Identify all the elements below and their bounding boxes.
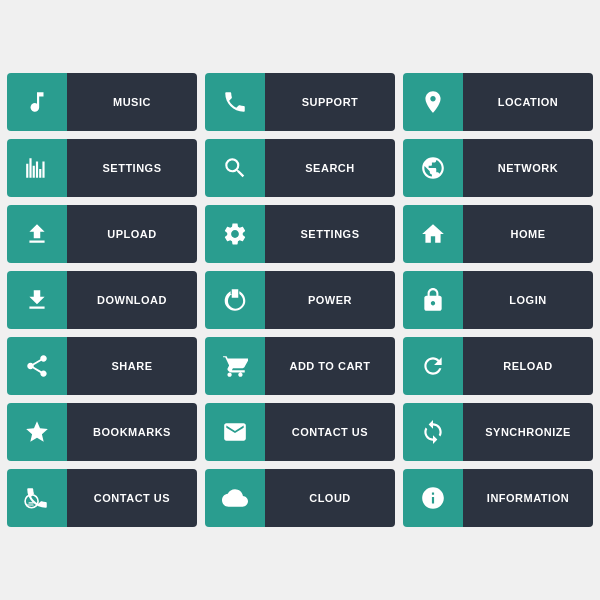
support-label: SUPPORT [265,73,395,131]
contactus2-icon [7,469,67,527]
svg-point-3 [25,495,38,508]
btn-power[interactable]: POWER [205,271,395,329]
download-label: DOWNLOAD [67,271,197,329]
btn-information[interactable]: INFORMATION [403,469,593,527]
btn-home[interactable]: HOME [403,205,593,263]
btn-music[interactable]: MUSIC [7,73,197,131]
information-icon [403,469,463,527]
settings2-label: SETTINGS [265,205,395,263]
settings1-label: SETTINGS [67,139,197,197]
share-icon [7,337,67,395]
search-icon [205,139,265,197]
btn-synchronize[interactable]: SYNCHRONIZE [403,403,593,461]
btn-location[interactable]: LOCATION [403,73,593,131]
addtocart-label: ADD TO CART [265,337,395,395]
bookmarks-icon [7,403,67,461]
location-label: LOCATION [463,73,593,131]
music-label: MUSIC [67,73,197,131]
cloud-icon [205,469,265,527]
login-icon [403,271,463,329]
cloud-label: CLOUD [265,469,395,527]
settings2-icon [205,205,265,263]
btn-upload[interactable]: UPLOAD [7,205,197,263]
upload-icon [7,205,67,263]
btn-download[interactable]: DOWNLOAD [7,271,197,329]
bookmarks-label: BOOKMARKS [67,403,197,461]
download-icon [7,271,67,329]
button-grid: MUSICSUPPORTLOCATIONwrenchSETTINGSSEARCH… [0,61,600,539]
btn-reload[interactable]: RELOAD [403,337,593,395]
home-label: HOME [463,205,593,263]
home-icon [403,205,463,263]
btn-cloud[interactable]: CLOUD [205,469,395,527]
power-icon [205,271,265,329]
contactus1-icon [205,403,265,461]
btn-contactus1[interactable]: CONTACT US [205,403,395,461]
btn-settings1[interactable]: wrenchSETTINGS [7,139,197,197]
svg-rect-1 [28,502,33,503]
btn-addtocart[interactable]: ADD TO CART [205,337,395,395]
settings1-icon: wrench [7,139,67,197]
contactus2-label: CONTACT US [67,469,197,527]
upload-label: UPLOAD [67,205,197,263]
login-label: LOGIN [463,271,593,329]
network-label: NETWORK [463,139,593,197]
location-icon [403,73,463,131]
power-label: POWER [265,271,395,329]
btn-share[interactable]: SHARE [7,337,197,395]
btn-settings2[interactable]: SETTINGS [205,205,395,263]
share-label: SHARE [67,337,197,395]
reload-label: RELOAD [463,337,593,395]
information-label: INFORMATION [463,469,593,527]
btn-network[interactable]: NETWORK [403,139,593,197]
music-icon [7,73,67,131]
support-icon [205,73,265,131]
btn-contactus2[interactable]: CONTACT US [7,469,197,527]
reload-icon [403,337,463,395]
network-icon [403,139,463,197]
addtocart-icon [205,337,265,395]
btn-support[interactable]: SUPPORT [205,73,395,131]
search-label: SEARCH [265,139,395,197]
btn-login[interactable]: LOGIN [403,271,593,329]
btn-search[interactable]: SEARCH [205,139,395,197]
synchronize-label: SYNCHRONIZE [463,403,593,461]
synchronize-icon [403,403,463,461]
btn-bookmarks[interactable]: BOOKMARKS [7,403,197,461]
contactus1-label: CONTACT US [265,403,395,461]
